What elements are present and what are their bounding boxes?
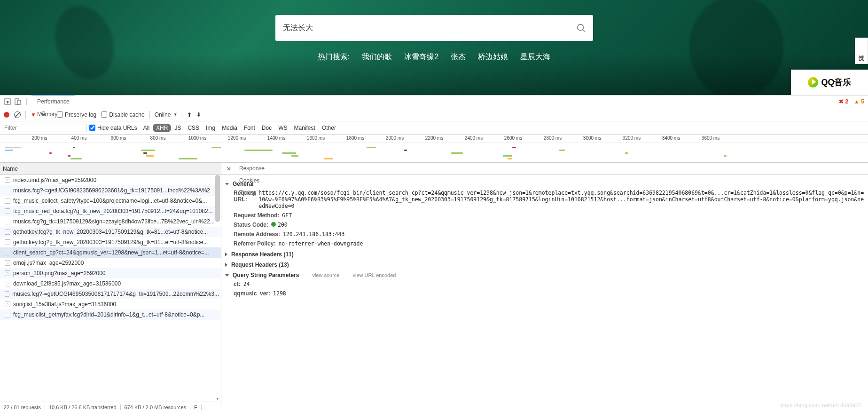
record-icon[interactable] <box>4 112 9 118</box>
feedback-tab[interactable]: 反馈 <box>855 38 868 64</box>
detail-tab-response[interactable]: Response <box>234 162 270 174</box>
request-row[interactable]: gethotkey.fcg?g_tk_new_20200303=19175091… <box>0 237 221 247</box>
doc-icon <box>5 229 10 235</box>
request-list-header[interactable]: Name <box>0 163 221 175</box>
request-row[interactable]: musics.fcg?-=getUCGI4695035008171717174&… <box>0 289 221 299</box>
js-icon: ○ <box>5 260 10 266</box>
detail-tabs: ✕ HeadersPreviewResponseCookiesTiming <box>221 163 868 175</box>
js-icon: ○ <box>5 177 10 183</box>
request-row[interactable]: ○songlist_15a38af.js?max_age=31536000 <box>0 299 221 309</box>
error-badge[interactable]: ✖ 2 <box>839 98 848 105</box>
type-pill-other[interactable]: Other <box>319 124 339 132</box>
js-icon: ○ <box>5 270 10 276</box>
general-section: General Request URL:https://c.y.qq.com/s… <box>225 180 864 248</box>
search-input[interactable] <box>283 24 568 32</box>
request-row[interactable]: client_search_cp?ct=24&qqmusic_ver=1298&… <box>0 247 221 258</box>
type-pill-js[interactable]: JS <box>171 124 184 132</box>
request-row[interactable]: fcg_music_red_dota.fcg?g_tk_new_20200303… <box>0 206 221 216</box>
type-pill-doc[interactable]: Doc <box>258 124 275 132</box>
close-icon[interactable]: ✕ <box>224 166 234 172</box>
type-pill-ws[interactable]: WS <box>275 124 290 132</box>
hot-item[interactable]: 张杰 <box>451 52 466 62</box>
request-row[interactable]: musics.fcg?-=getUCGI9082356986203601&g_t… <box>0 185 221 196</box>
clear-icon[interactable] <box>14 111 21 118</box>
search-icon[interactable] <box>41 111 47 119</box>
upload-icon[interactable]: ⬆ <box>187 111 192 118</box>
music-note-icon <box>808 77 818 87</box>
type-pill-xhr[interactable]: XHR <box>153 124 171 132</box>
doc-icon <box>5 188 10 193</box>
watermark-url: https://blog.csdn.net/u013598957 <box>781 403 861 408</box>
type-pill-all[interactable]: All <box>140 124 153 132</box>
doc-icon <box>5 239 10 245</box>
js-icon: ○ <box>5 281 10 286</box>
query-string-section: Query String Parameters view source view… <box>225 271 864 298</box>
request-row[interactable]: ○person_300.png?max_age=2592000 <box>0 268 221 278</box>
hot-item[interactable]: 桥边姑娘 <box>478 52 508 62</box>
scroll-down-icon[interactable]: ▼ <box>215 397 220 402</box>
search-icon[interactable] <box>576 23 586 33</box>
type-pill-media[interactable]: Media <box>219 124 241 132</box>
svg-line-1 <box>582 29 585 32</box>
qqmusic-logo[interactable]: QQ音乐 <box>791 70 868 95</box>
svg-rect-4 <box>17 100 21 104</box>
scroll-thumb[interactable] <box>215 175 220 222</box>
doc-icon <box>5 208 10 214</box>
hot-item[interactable]: 冰雪奇缘2 <box>404 52 438 62</box>
request-row[interactable]: ○index.umd.js?max_age=2592000 <box>0 175 221 185</box>
scrollbar[interactable]: ▲ ▼ <box>214 175 221 402</box>
type-pill-font[interactable]: Font <box>241 124 258 132</box>
network-toolbar: ▼ Preserve log Disable cache Online▼ ⬆ ⬇ <box>0 108 868 121</box>
search-box[interactable] <box>275 15 593 41</box>
js-icon: ○ <box>5 301 10 307</box>
filter-input[interactable] <box>2 124 86 132</box>
request-list: Name ○index.umd.js?max_age=2592000musics… <box>0 163 221 412</box>
request-row[interactable]: musics.fcg?g_tk=1917509129&sign=zzayig8d… <box>0 216 221 227</box>
throttling-select[interactable]: Online▼ <box>155 111 178 118</box>
request-row[interactable]: fcg_music_collect_safety?type=100&projec… <box>0 196 221 206</box>
hot-search-label: 热门搜索: <box>318 52 350 62</box>
svg-line-6 <box>45 115 46 116</box>
request-row[interactable]: ○emoji.js?max_age=2592000 <box>0 258 221 268</box>
svg-point-0 <box>577 24 583 30</box>
doc-icon <box>5 312 10 317</box>
disable-cache-checkbox[interactable]: Disable cache <box>101 111 144 118</box>
response-headers-section: Response Headers (11) <box>225 250 864 259</box>
type-pill-img[interactable]: Img <box>203 124 219 132</box>
tab-performance[interactable]: Performance <box>31 95 75 108</box>
request-row[interactable]: fcg_musiclist_getmyfav.fcg?dirid=201&dir… <box>0 309 221 320</box>
doc-icon <box>5 219 10 224</box>
svg-point-5 <box>42 111 46 115</box>
doc-icon <box>5 291 9 297</box>
network-filter-bar: Hide data URLs AllXHRJSCSSImgMediaFontDo… <box>0 121 868 135</box>
type-pill-css[interactable]: CSS <box>184 124 203 132</box>
request-headers-section: Request Headers (13) <box>225 261 864 269</box>
preserve-log-checkbox[interactable]: Preserve log <box>57 111 96 118</box>
filter-icon[interactable]: ▼ <box>31 111 36 118</box>
request-row[interactable]: ○download_62f8c85.js?max_age=31536000 <box>0 278 221 289</box>
hot-item[interactable]: 我们的歌 <box>362 52 392 62</box>
request-detail: ✕ HeadersPreviewResponseCookiesTiming Ge… <box>221 163 868 412</box>
warning-badge[interactable]: ▲ 5 <box>854 98 864 105</box>
request-list-footer: 22 / 81 requests 10.6 KB / 26.6 KB trans… <box>0 402 221 412</box>
inspect-icon[interactable] <box>4 98 11 105</box>
hero-banner: 热门搜索: 我们的歌 冰雪奇缘2 张杰 桥边姑娘 星辰大海 反馈 QQ音乐 <box>0 0 868 95</box>
hot-item[interactable]: 星辰大海 <box>520 52 550 62</box>
doc-icon <box>5 198 10 204</box>
hot-search-row: 热门搜索: 我们的歌 冰雪奇缘2 张杰 桥边姑娘 星辰大海 <box>318 52 550 62</box>
doc-icon <box>5 250 10 255</box>
devtools-tabs: ElementsConsoleSourcesNetworkPerformance… <box>0 95 868 108</box>
request-row[interactable]: gethotkey.fcg?g_tk_new_20200303=19175091… <box>0 227 221 237</box>
download-icon[interactable]: ⬇ <box>196 111 201 118</box>
network-timeline[interactable]: 200 ms400 ms600 ms800 ms1000 ms1200 ms14… <box>0 135 868 163</box>
devtools-panel: ElementsConsoleSourcesNetworkPerformance… <box>0 95 868 412</box>
type-pill-manifest[interactable]: Manifest <box>291 124 319 132</box>
hide-data-urls-checkbox[interactable]: Hide data URLs <box>89 125 137 131</box>
device-toggle-icon[interactable] <box>14 98 22 105</box>
